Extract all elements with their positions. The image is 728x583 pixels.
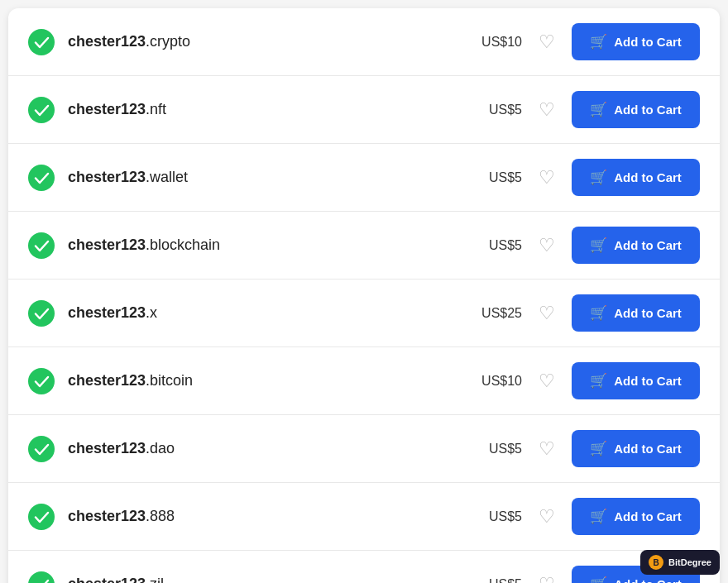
check-icon [28, 232, 55, 259]
add-to-cart-label: Add to Cart [614, 374, 682, 388]
domain-price-6: US$10 [464, 374, 522, 389]
domain-ext: .x [146, 304, 157, 321]
check-icon [28, 368, 55, 394]
bitdegree-badge: B BitDegree [640, 550, 720, 575]
domain-price-5: US$25 [464, 306, 522, 321]
domain-base: chester123 [68, 304, 146, 321]
domain-name-8: chester123.888 [68, 508, 451, 525]
cart-icon: 🛒 [590, 169, 607, 186]
domain-row-4: chester123.blockchainUS$5♡ 🛒 Add to Cart [8, 212, 720, 280]
domain-row-6: chester123.bitcoinUS$10♡ 🛒 Add to Cart [8, 347, 720, 415]
domain-ext: .bitcoin [146, 372, 193, 389]
add-to-cart-label: Add to Cart [614, 103, 682, 117]
domain-base: chester123 [68, 101, 146, 117]
check-icon [28, 571, 55, 584]
add-to-cart-button-3[interactable]: 🛒 Add to Cart [572, 159, 700, 196]
bitdegree-logo: B [649, 555, 663, 570]
domain-price-9: US$5 [464, 577, 522, 584]
add-to-cart-button-7[interactable]: 🛒 Add to Cart [572, 430, 700, 467]
domain-ext: .zil [146, 576, 164, 583]
domain-price-2: US$5 [464, 103, 522, 117]
check-icon [28, 97, 55, 123]
cart-icon: 🛒 [590, 440, 607, 457]
domain-ext: .blockchain [146, 237, 220, 253]
cart-icon: 🛒 [590, 237, 607, 254]
domain-name-1: chester123.crypto [68, 33, 451, 50]
domain-ext: .nft [146, 101, 166, 117]
domain-price-4: US$5 [464, 238, 522, 253]
add-to-cart-button-1[interactable]: 🛒 Add to Cart [572, 23, 700, 60]
domain-name-7: chester123.dao [68, 440, 451, 457]
domain-price-3: US$5 [464, 170, 522, 185]
domain-row-7: chester123.daoUS$5♡ 🛒 Add to Cart [8, 415, 720, 483]
add-to-cart-label: Add to Cart [614, 442, 682, 456]
cart-icon: 🛒 [590, 576, 607, 583]
cart-icon: 🛒 [590, 33, 607, 50]
domain-base: chester123 [68, 237, 146, 253]
add-to-cart-button-5[interactable]: 🛒 Add to Cart [572, 294, 700, 332]
domain-name-5: chester123.x [68, 304, 451, 322]
svg-point-5 [28, 368, 55, 394]
heart-icon: ♡ [539, 237, 555, 255]
svg-point-8 [28, 571, 55, 584]
wishlist-button-6[interactable]: ♡ [535, 369, 558, 394]
svg-point-0 [28, 29, 55, 55]
heart-icon: ♡ [539, 101, 555, 119]
domain-base: chester123 [68, 576, 146, 583]
check-icon [28, 504, 55, 530]
cart-icon: 🛒 [590, 101, 607, 118]
domain-list: chester123.cryptoUS$10♡ 🛒 Add to Cart ch… [8, 8, 720, 583]
heart-icon: ♡ [539, 33, 555, 51]
domain-name-3: chester123.wallet [68, 169, 451, 186]
add-to-cart-button-2[interactable]: 🛒 Add to Cart [572, 91, 700, 128]
add-to-cart-button-8[interactable]: 🛒 Add to Cart [572, 498, 700, 535]
domain-row-3: chester123.walletUS$5♡ 🛒 Add to Cart [8, 144, 720, 212]
add-to-cart-label: Add to Cart [614, 577, 682, 583]
heart-icon: ♡ [539, 440, 555, 458]
add-to-cart-button-4[interactable]: 🛒 Add to Cart [572, 227, 700, 264]
domain-row-2: chester123.nftUS$5♡ 🛒 Add to Cart [8, 76, 720, 144]
wishlist-button-2[interactable]: ♡ [535, 98, 558, 122]
domain-name-9: chester123.zil [68, 576, 451, 583]
domain-name-6: chester123.bitcoin [68, 372, 451, 389]
add-to-cart-label: Add to Cart [614, 306, 682, 320]
wishlist-button-3[interactable]: ♡ [535, 165, 558, 190]
domain-base: chester123 [68, 508, 146, 524]
add-to-cart-label: Add to Cart [614, 170, 682, 184]
domain-base: chester123 [68, 169, 146, 185]
cart-icon: 🛒 [590, 304, 607, 322]
add-to-cart-label: Add to Cart [614, 509, 682, 523]
check-icon [28, 165, 55, 191]
domain-name-2: chester123.nft [68, 101, 451, 118]
wishlist-button-4[interactable]: ♡ [535, 233, 558, 258]
svg-point-4 [28, 300, 55, 327]
wishlist-button-5[interactable]: ♡ [535, 301, 558, 326]
domain-base: chester123 [68, 33, 146, 50]
domain-name-4: chester123.blockchain [68, 237, 451, 254]
domain-price-1: US$10 [464, 35, 522, 50]
domain-ext: .888 [146, 508, 175, 524]
svg-point-3 [28, 232, 55, 259]
domain-row-5: chester123.xUS$25♡ 🛒 Add to Cart [8, 280, 720, 347]
wishlist-button-1[interactable]: ♡ [535, 30, 558, 55]
heart-icon: ♡ [539, 508, 555, 526]
svg-point-6 [28, 436, 55, 462]
heart-icon: ♡ [539, 169, 555, 187]
domain-row-9: chester123.zilUS$5♡ 🛒 Add to Cart [8, 551, 720, 583]
domain-price-7: US$5 [464, 442, 522, 456]
domain-ext: .crypto [146, 33, 190, 50]
wishlist-button-8[interactable]: ♡ [535, 504, 558, 529]
domain-row-1: chester123.cryptoUS$10♡ 🛒 Add to Cart [8, 8, 720, 76]
domain-ext: .wallet [146, 169, 188, 185]
check-icon [28, 436, 55, 462]
heart-icon: ♡ [539, 576, 555, 584]
add-to-cart-label: Add to Cart [614, 238, 682, 252]
heart-icon: ♡ [539, 304, 555, 323]
wishlist-button-9[interactable]: ♡ [535, 572, 558, 584]
check-icon [28, 300, 55, 327]
svg-point-2 [28, 165, 55, 191]
wishlist-button-7[interactable]: ♡ [535, 437, 558, 461]
add-to-cart-button-6[interactable]: 🛒 Add to Cart [572, 362, 700, 399]
add-to-cart-label: Add to Cart [614, 35, 682, 49]
domain-price-8: US$5 [464, 509, 522, 524]
